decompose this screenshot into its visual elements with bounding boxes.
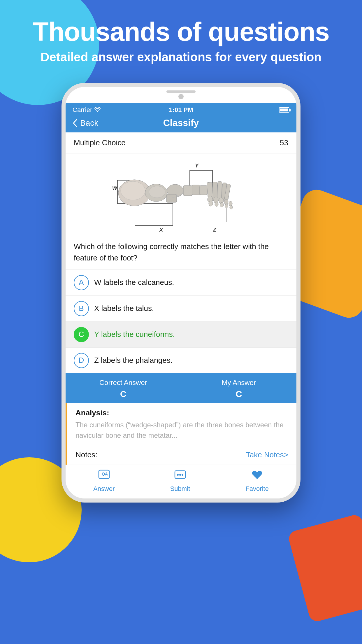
svg-point-30 [220,202,224,207]
svg-rect-17 [200,186,207,195]
answer-tab-icon: QA [98,469,110,483]
option-d-text: Z labels the phalanges. [94,356,173,365]
option-a-text: W labels the calcaneus. [94,278,174,287]
submit-tab-icon [174,469,187,483]
option-c[interactable]: C Y labels the cuneiforms. [66,321,296,347]
option-a-circle: A [74,275,89,290]
carrier-text: Carrier [73,106,101,114]
phone-mockup: Carrier 1:01 PM Back Classify [61,83,301,503]
option-a[interactable]: A W labels the calcaneus. [66,270,296,295]
option-d-circle: D [74,353,89,368]
option-c-circle: C [74,327,89,342]
tab-answer[interactable]: QA Answer [93,469,115,493]
analysis-text: The cuneiforms (“wedge-shaped”) are the … [75,420,288,441]
svg-text:Z: Z [213,227,217,233]
favorite-tab-label: Favorite [245,485,268,493]
tab-bar: QA Answer Submit [66,465,296,498]
svg-point-38 [179,474,181,476]
favorite-icon [251,469,263,481]
option-b-text: X labels the talus. [94,304,154,313]
status-time: 1:01 PM [169,106,193,114]
svg-point-28 [209,201,213,206]
tab-favorite[interactable]: Favorite [245,469,268,493]
svg-rect-16 [192,185,200,195]
correct-answer-label: Correct Answer [68,379,178,387]
svg-point-31 [225,204,228,208]
svg-point-26 [224,199,228,204]
question-type: Multiple Choice [74,138,126,147]
notes-section: Notes: Take Notes> [66,445,296,465]
question-image: W Y X Z [66,153,296,238]
svg-text:QA: QA [102,472,108,476]
correct-answer-value: C [68,389,178,399]
favorite-tab-icon [251,469,263,483]
foot-bones-svg: W Y X Z [102,159,260,235]
notes-label: Notes: [75,450,97,459]
question-number: 53 [280,138,288,147]
battery-icon [279,107,289,113]
my-answer-value: C [184,389,294,399]
back-chevron-icon [73,119,78,127]
nav-title: Classify [163,118,199,128]
phone-camera [178,94,184,99]
my-answer-label: My Answer [184,379,294,387]
back-label: Back [80,118,98,128]
analysis-title: Analysis: [75,408,288,417]
bg-decoration-br [287,513,362,623]
svg-point-39 [182,474,183,476]
nav-bar: Back Classify [66,116,296,132]
answer-icon: QA [98,469,110,481]
header-section: Thousands of questions Detailed answer e… [0,0,362,71]
foot-diagram: W Y X Z [73,159,289,235]
question-text: Which of the following correctly matches… [66,238,296,270]
svg-text:W: W [112,185,118,191]
submit-tab-label: Submit [170,485,190,493]
option-d[interactable]: D Z labels the phalanges. [66,347,296,373]
option-b-circle: B [74,301,89,316]
main-title: Thousands of questions [15,18,347,46]
my-answer-col: My Answer C [181,373,297,403]
svg-rect-33 [166,194,177,202]
answer-summary-bar: Correct Answer C My Answer C [66,373,296,403]
question-header: Multiple Choice 53 [66,132,296,153]
phone-speaker [166,90,196,93]
svg-point-13 [149,186,165,198]
answer-tab-label: Answer [93,485,115,493]
sub-title: Detailed answer explanations for every q… [15,49,347,65]
wifi-icon [94,107,101,113]
svg-rect-15 [183,186,192,196]
option-b[interactable]: B X labels the talus. [66,295,296,321]
battery-indicator [279,107,289,113]
option-c-text: Y labels the cuneiforms. [94,330,175,339]
svg-point-32 [230,206,233,209]
analysis-section: Analysis: The cuneiforms (“wedge-shaped”… [66,403,296,445]
take-notes-link[interactable]: Take Notes> [246,450,288,459]
status-bar: Carrier 1:01 PM [66,103,296,116]
correct-answer-col: Correct Answer C [66,373,181,403]
svg-point-27 [229,201,232,206]
svg-text:Y: Y [195,163,199,169]
answer-options: A W labels the calcaneus. B X labels the… [66,270,296,373]
svg-text:X: X [159,227,163,233]
svg-point-11 [121,181,145,200]
submit-icon [174,469,187,481]
battery-fill [280,108,288,111]
svg-point-29 [215,202,218,206]
phone-top-physical [66,87,296,103]
back-button[interactable]: Back [73,118,98,128]
tab-submit[interactable]: Submit [170,469,190,493]
svg-point-0 [97,111,98,112]
svg-point-37 [177,474,179,476]
